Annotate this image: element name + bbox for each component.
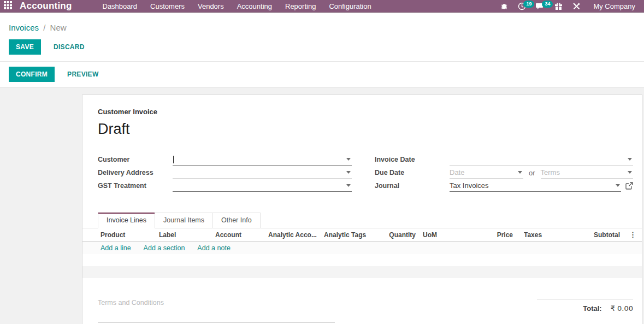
content-area: Customer Invoice Draft Customer Delivery…: [0, 87, 644, 324]
delivery-address-input[interactable]: [173, 167, 352, 179]
invoice-date-input[interactable]: [450, 154, 633, 166]
delivery-address-dropdown-icon[interactable]: [346, 171, 351, 174]
gst-treatment-label: GST Treatment: [98, 182, 173, 190]
control-panel-buttons: SAVE DISCARD: [0, 32, 644, 62]
tab-journal-items[interactable]: Journal Items: [155, 213, 213, 228]
apps-menu-button[interactable]: [0, 1, 16, 11]
save-button[interactable]: SAVE: [9, 39, 41, 55]
sheet-footer: Terms and Conditions Total: ₹ 0.00: [82, 290, 642, 323]
invoice-form-sheet: Customer Invoice Draft Customer Delivery…: [82, 95, 642, 324]
add-a-note-link[interactable]: Add a note: [197, 244, 230, 252]
customer-dropdown-icon[interactable]: [346, 158, 351, 161]
col-taxes[interactable]: Taxes: [524, 231, 557, 239]
due-date-dropdown-icon[interactable]: [518, 171, 522, 174]
empty-table-row: [82, 278, 642, 290]
topbar-right: 19 34 My Company: [495, 2, 644, 10]
payment-terms-placeholder: Terms: [541, 168, 560, 176]
app-name[interactable]: Accounting: [20, 1, 72, 11]
tab-other-info[interactable]: Other Info: [212, 213, 261, 228]
apps-grid-icon: [4, 1, 12, 11]
menu-vendors[interactable]: Vendors: [191, 0, 231, 13]
col-account[interactable]: Account: [215, 231, 268, 239]
col-analytic-account[interactable]: Analytic Acco...: [268, 231, 324, 239]
tab-invoice-lines[interactable]: Invoice Lines: [98, 213, 155, 228]
customer-label: Customer: [98, 156, 173, 163]
form-fields: Customer Delivery Address GST Treat: [98, 153, 633, 192]
journal-value: Tax Invoices: [450, 181, 489, 190]
invoice-status-title: Draft: [98, 121, 633, 138]
breadcrumb: Invoices / New: [0, 13, 644, 32]
empty-table-row: [82, 254, 642, 266]
breadcrumb-separator: /: [41, 23, 48, 32]
discard-button[interactable]: DISCARD: [46, 39, 92, 55]
col-analytic-tags[interactable]: Analytic Tags: [324, 231, 379, 239]
confirm-button[interactable]: CONFIRM: [9, 67, 55, 82]
menu-customers[interactable]: Customers: [144, 0, 191, 13]
top-navbar: Accounting Dashboard Customers Vendors A…: [0, 0, 644, 13]
due-date-placeholder: Date: [450, 168, 464, 176]
col-quantity[interactable]: Quantity: [379, 231, 416, 239]
col-subtotal[interactable]: Subtotal: [557, 231, 620, 239]
table-add-row: Add a line Add a section Add a note: [82, 241, 642, 254]
column-options-kebab-icon[interactable]: ⋮: [629, 231, 636, 239]
due-date-input[interactable]: Date: [450, 167, 523, 179]
text-cursor: [173, 156, 174, 163]
customer-input[interactable]: [173, 154, 352, 166]
debug-bug-icon[interactable]: [495, 2, 513, 10]
menu-configuration[interactable]: Configuration: [322, 0, 377, 13]
gift-icon[interactable]: [550, 2, 568, 10]
payment-terms-dropdown-icon[interactable]: [628, 171, 632, 174]
col-product[interactable]: Product: [101, 231, 159, 239]
breadcrumb-invoices-link[interactable]: Invoices: [9, 23, 39, 32]
journal-dropdown-icon[interactable]: [616, 184, 620, 187]
invoice-lines-header-row: Product Label Account Analytic Acco... A…: [82, 228, 642, 241]
terms-placeholder: Terms and Conditions: [98, 299, 335, 307]
menu-dashboard[interactable]: Dashboard: [96, 0, 144, 13]
invoice-date-dropdown-icon[interactable]: [628, 158, 632, 161]
terms-and-conditions-field[interactable]: Terms and Conditions: [98, 299, 335, 323]
breadcrumb-current: New: [50, 23, 67, 32]
totals-block: Total: ₹ 0.00: [537, 299, 633, 323]
payment-terms-input[interactable]: Terms: [541, 167, 633, 179]
add-a-section-link[interactable]: Add a section: [144, 244, 185, 252]
preview-button[interactable]: PREVIEW: [60, 67, 105, 82]
due-date-label: Due Date: [375, 169, 450, 176]
journal-input[interactable]: Tax Invoices: [450, 180, 621, 192]
document-type-label: Customer Invoice: [98, 108, 633, 116]
delivery-address-label: Delivery Address: [98, 169, 173, 176]
invoice-date-label: Invoice Date: [375, 156, 450, 163]
total-value: ₹ 0.00: [611, 304, 633, 313]
menu-reporting[interactable]: Reporting: [279, 0, 322, 13]
menu-accounting[interactable]: Accounting: [231, 0, 279, 13]
add-a-line-link[interactable]: Add a line: [101, 244, 131, 252]
or-separator: or: [523, 169, 541, 177]
notebook-tabs: Invoice Lines Journal Items Other Info: [82, 213, 642, 228]
messages-chat-icon[interactable]: 34: [531, 2, 550, 10]
col-uom[interactable]: UoM: [423, 231, 477, 239]
tools-icon[interactable]: [568, 2, 586, 10]
journal-external-link-icon[interactable]: [625, 182, 633, 190]
total-label: Total:: [583, 304, 601, 313]
statusbar: CONFIRM PREVIEW: [0, 62, 644, 87]
col-label[interactable]: Label: [159, 231, 215, 239]
gst-treatment-input[interactable]: [173, 180, 352, 192]
journal-label: Journal: [375, 182, 450, 190]
activities-clock-icon[interactable]: 19: [513, 2, 531, 10]
col-price[interactable]: Price: [477, 231, 513, 239]
company-switcher[interactable]: My Company: [593, 2, 635, 10]
empty-table-row: [82, 266, 642, 278]
top-menu: Dashboard Customers Vendors Accounting R…: [96, 0, 378, 12]
terms-underline: [98, 322, 335, 323]
gst-treatment-dropdown-icon[interactable]: [346, 184, 351, 187]
